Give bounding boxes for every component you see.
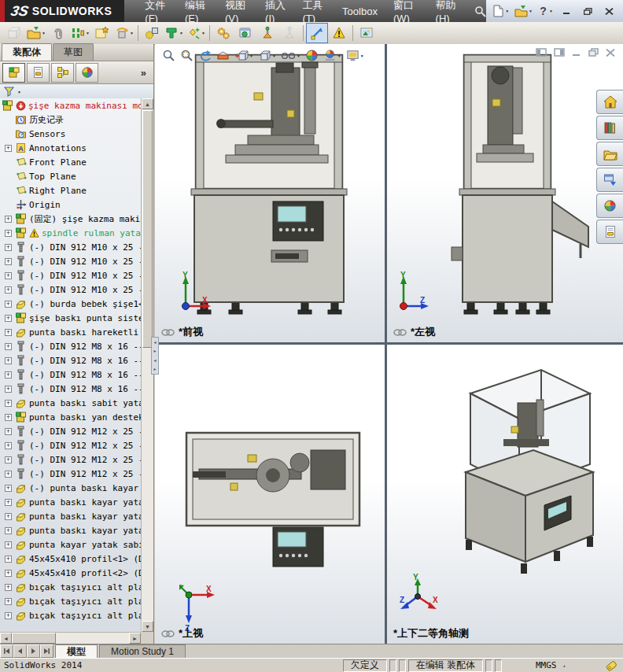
tree-item[interactable]: +şişe baskı punta sistemi: [0, 311, 141, 325]
display-style-button[interactable]: ▼: [256, 46, 278, 65]
configurationmanager-tab[interactable]: [51, 63, 74, 83]
propertymanager-tab[interactable]: [27, 63, 50, 83]
view-palette-tab[interactable]: [596, 168, 623, 192]
pane-left-button[interactable]: [536, 48, 547, 57]
doc-close-button[interactable]: [606, 49, 615, 57]
section-view-button[interactable]: [214, 46, 232, 65]
measure-button[interactable]: [306, 23, 328, 43]
tree-item[interactable]: +(-) punta baskı kayar ya: [0, 481, 141, 495]
tree-item[interactable]: +bıçak taşıyıcı alt plaka y: [0, 594, 141, 608]
open-part-button[interactable]: ▼: [25, 23, 47, 43]
expand-icon[interactable]: +: [5, 485, 12, 492]
tree-item[interactable]: Top Plane: [0, 169, 141, 183]
open-document-button[interactable]: ▼: [513, 2, 534, 20]
tree-item[interactable]: +(-) DIN 912 M10 x 25 ---: [0, 268, 141, 282]
expand-icon[interactable]: +: [5, 428, 12, 435]
tree-item[interactable]: +(-) DIN 912 M12 x 25 ---: [0, 467, 141, 481]
tree-item[interactable]: +(-) DIN 912 M8 x 16 ---: [0, 353, 141, 367]
expand-icon[interactable]: +: [5, 371, 12, 378]
tree-item[interactable]: +(-) DIN 912 M12 x 25 ---: [0, 424, 141, 438]
dropdown-icon[interactable]: ▼: [272, 54, 276, 58]
previous-view-button[interactable]: [196, 46, 214, 65]
viewport-isometric[interactable]: Y X Z *上下二等角轴测: [387, 345, 623, 644]
rotate-component-button[interactable]: ▼: [113, 23, 135, 43]
expand-icon[interactable]: +: [5, 527, 12, 534]
file-explorer-tab[interactable]: [596, 142, 623, 166]
custom-properties-tab[interactable]: [596, 220, 623, 244]
tree-horizontal-scrollbar[interactable]: ◄ ►: [0, 632, 141, 644]
prev-tab-icon[interactable]: [13, 644, 27, 658]
expand-icon[interactable]: +: [5, 513, 12, 520]
expand-icon[interactable]: +: [5, 442, 12, 449]
zoom-to-fit-button[interactable]: [160, 46, 178, 65]
tree-item[interactable]: +bıçak taşıyıcı alt plaka y: [0, 608, 141, 622]
manager-overflow-button[interactable]: »: [141, 67, 151, 79]
search-icon[interactable]: [474, 0, 486, 22]
scroll-thumb[interactable]: [12, 633, 56, 644]
expand-icon[interactable]: +: [5, 541, 12, 548]
tree-item[interactable]: +punta baskı kayar yatak: [0, 495, 141, 509]
expand-icon[interactable]: +: [5, 456, 12, 463]
design-library-tab[interactable]: [596, 116, 623, 140]
expand-icon[interactable]: +: [5, 400, 12, 407]
dropdown-icon[interactable]: ▼: [505, 9, 509, 13]
tag-icon[interactable]: [605, 659, 617, 672]
expand-icon[interactable]: +: [5, 315, 12, 322]
tree-item[interactable]: +(固定) şişe kazma makin:: [0, 212, 141, 226]
scroll-right-icon[interactable]: ►: [129, 633, 141, 644]
smart-fasteners-button[interactable]: [91, 23, 113, 43]
move-component-button[interactable]: [141, 23, 163, 43]
dropdown-icon[interactable]: ▼: [179, 31, 183, 35]
dropdown-icon[interactable]: ▼: [529, 9, 533, 13]
mate-button[interactable]: ▼: [69, 23, 91, 43]
units-selector[interactable]: MMGS ▴: [504, 660, 597, 671]
dropdown-icon[interactable]: ▼: [360, 54, 364, 58]
smart-component-button[interactable]: ▼: [185, 23, 207, 43]
expand-icon[interactable]: +: [5, 258, 12, 265]
filter-dropdown-icon[interactable]: ▼: [17, 90, 21, 94]
expand-icon[interactable]: +: [5, 357, 12, 364]
zoom-to-area-button[interactable]: [178, 46, 196, 65]
dropdown-icon[interactable]: ▼: [249, 54, 253, 58]
expand-icon[interactable]: +: [5, 343, 12, 350]
panel-tab-assembly[interactable]: 装配体: [2, 43, 52, 61]
snapshot-button[interactable]: [356, 23, 378, 43]
viewport-front[interactable]: Y X *前视: [155, 44, 385, 342]
insert-components-button[interactable]: [3, 23, 25, 43]
view-orientation-button[interactable]: ▼: [232, 46, 256, 65]
dropdown-icon[interactable]: ▼: [130, 31, 134, 35]
tree-item[interactable]: +(-) DIN 912 M10 x 25 ---: [0, 240, 141, 254]
expand-icon[interactable]: +: [5, 598, 12, 605]
expand-icon[interactable]: +: [5, 301, 12, 308]
tree-item[interactable]: +AAnnotations: [0, 141, 141, 155]
viewport-top[interactable]: X Z *上视: [155, 345, 385, 644]
dropdown-icon[interactable]: ▼: [549, 9, 553, 13]
appearances-scenes-tab[interactable]: [596, 194, 623, 218]
apply-scene-button[interactable]: ▼: [321, 46, 344, 65]
tree-item[interactable]: +(-) DIN 912 M10 x 25 ---: [0, 254, 141, 268]
tree-item[interactable]: +punta baskı kayar yatak: [0, 509, 141, 523]
tree-item[interactable]: +punta baskı yan destek m: [0, 410, 141, 424]
assembly-features-button[interactable]: [212, 23, 234, 43]
tree-item[interactable]: +(-) DIN 912 M8 x 16 ---: [0, 367, 141, 382]
tree-item[interactable]: 历史记录: [0, 113, 141, 127]
featuremanager-tree-tab[interactable]: [2, 63, 25, 83]
tree-item[interactable]: +(-) DIN 912 M8 x 16 ---: [0, 339, 141, 353]
expand-icon[interactable]: +: [5, 272, 12, 279]
expand-icon[interactable]: +: [5, 216, 12, 223]
assembly-visualization-button[interactable]: [234, 23, 256, 43]
tree-item[interactable]: +(-) burda bebek şişe1<1>: [0, 297, 141, 311]
hide-show-items-button[interactable]: ▼: [278, 46, 303, 65]
scroll-down-icon[interactable]: ▼: [142, 621, 153, 632]
tree-item[interactable]: +punta baskı kayar yatak: [0, 523, 141, 537]
next-tab-icon[interactable]: [27, 644, 40, 658]
tree-item[interactable]: şişe kazma makinası mont:: [0, 98, 141, 113]
tree-item[interactable]: Sensors: [0, 127, 141, 141]
tree-item[interactable]: +(-) DIN 912 M12 x 25 ---: [0, 452, 141, 467]
last-tab-icon[interactable]: [40, 644, 53, 658]
expand-icon[interactable]: +: [5, 584, 12, 591]
scroll-left-icon[interactable]: ◄: [0, 633, 12, 644]
expand-icon[interactable]: +: [5, 386, 12, 393]
expand-icon[interactable]: +: [5, 286, 12, 294]
expand-icon[interactable]: +: [5, 414, 12, 421]
